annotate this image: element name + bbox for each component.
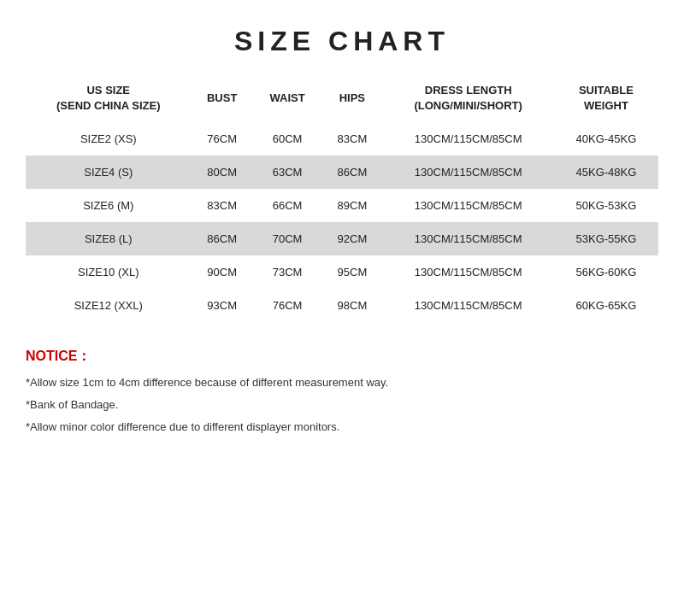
cell-bust: 76CM [192,122,253,155]
table-row: SIZE4 (S)80CM63CM86CM130CM/115CM/85CM45K… [26,155,658,189]
cell-dress_length: 130CM/115CM/85CM [383,122,554,155]
cell-waist: 63CM [253,155,321,189]
table-row: SIZE12 (XXL)93CM76CM98CM130CM/115CM/85CM… [26,289,658,322]
col-header-waist: WAIST [253,74,321,122]
cell-dress_length: 130CM/115CM/85CM [383,255,554,289]
notice-item-2: *Bank of Bandage. [26,396,658,414]
cell-suitable_weight: 45KG-48KG [554,155,658,189]
cell-bust: 90CM [192,255,253,289]
cell-suitable_weight: 40KG-45KG [554,122,658,155]
notice-item-3: *Allow minor color difference due to dif… [26,419,658,437]
cell-bust: 83CM [192,189,253,222]
cell-us_size: SIZE4 (S) [26,155,192,189]
cell-us_size: SIZE6 (M) [26,189,192,222]
col-header-us_size: US SIZE (SEND CHINA SIZE) [26,74,192,122]
cell-dress_length: 130CM/115CM/85CM [383,222,554,255]
notice-section: NOTICE： *Allow size 1cm to 4cm differenc… [26,348,658,440]
cell-us_size: SIZE2 (XS) [26,122,192,155]
table-header-row: US SIZE (SEND CHINA SIZE)BUSTWAISTHIPSDR… [26,74,658,122]
cell-us_size: SIZE8 (L) [26,222,192,255]
cell-dress_length: 130CM/115CM/85CM [383,189,554,222]
cell-suitable_weight: 56KG-60KG [554,255,658,289]
cell-waist: 70CM [253,222,321,255]
table-row: SIZE6 (M)83CM66CM89CM130CM/115CM/85CM50K… [26,189,658,222]
cell-bust: 86CM [192,222,253,255]
cell-dress_length: 130CM/115CM/85CM [383,155,554,189]
cell-us_size: SIZE12 (XXL) [26,289,192,322]
size-chart-table: US SIZE (SEND CHINA SIZE)BUSTWAISTHIPSDR… [26,74,658,322]
table-row: SIZE10 (XL)90CM73CM95CM130CM/115CM/85CM5… [26,255,658,289]
cell-hips: 86CM [321,155,382,189]
cell-suitable_weight: 60KG-65KG [554,289,658,322]
cell-hips: 92CM [321,222,382,255]
cell-hips: 89CM [321,189,382,222]
notice-title: NOTICE： [26,348,658,366]
cell-waist: 73CM [253,255,321,289]
table-row: SIZE2 (XS)76CM60CM83CM130CM/115CM/85CM40… [26,122,658,155]
cell-hips: 98CM [321,289,382,322]
table-row: SIZE8 (L)86CM70CM92CM130CM/115CM/85CM53K… [26,222,658,255]
col-header-bust: BUST [192,74,253,122]
notice-item-1: *Allow size 1cm to 4cm difference becaus… [26,374,658,392]
col-header-suitable_weight: SUITABLE WEIGHT [554,74,658,122]
cell-waist: 76CM [253,289,321,322]
col-header-dress_length: DRESS LENGTH (LONG/MINI/SHORT) [383,74,554,122]
cell-dress_length: 130CM/115CM/85CM [383,289,554,322]
cell-us_size: SIZE10 (XL) [26,255,192,289]
cell-bust: 80CM [192,155,253,189]
col-header-hips: HIPS [321,74,382,122]
cell-hips: 83CM [321,122,382,155]
cell-waist: 66CM [253,189,321,222]
cell-suitable_weight: 53KG-55KG [554,222,658,255]
cell-bust: 93CM [192,289,253,322]
cell-suitable_weight: 50KG-53KG [554,189,658,222]
page-title: SIZE CHART [234,26,450,57]
cell-waist: 60CM [253,122,321,155]
cell-hips: 95CM [321,255,382,289]
